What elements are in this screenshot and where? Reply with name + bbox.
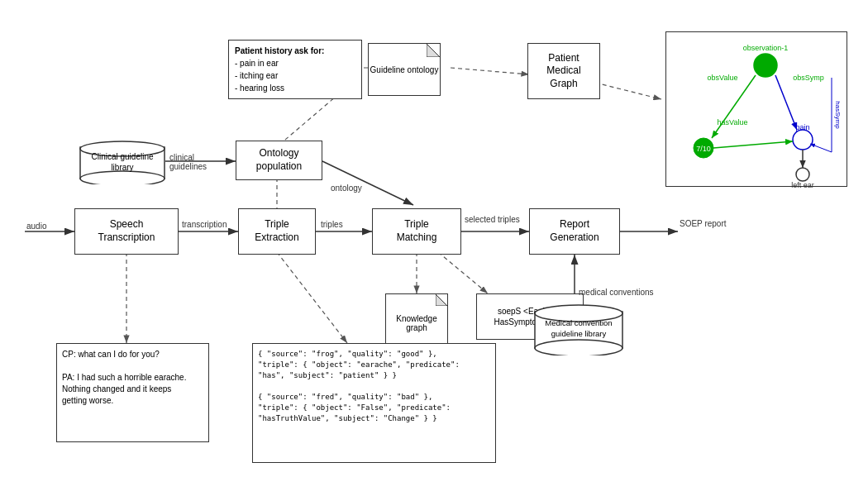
svg-text:obsValue: obsValue — [708, 74, 738, 82]
medical-conventions-label: medical conventions — [579, 288, 654, 297]
triple-extraction-label: Triple Extraction — [255, 218, 298, 244]
patient-medical-graph-box: Patient Medical Graph — [527, 43, 600, 99]
transcription-label: transcription — [182, 220, 227, 229]
svg-line-16 — [277, 252, 347, 343]
triple-matching-box: Triple Matching — [372, 208, 461, 255]
report-generation-box: Report Generation — [529, 208, 620, 255]
soep-report-label: SOEP report — [680, 219, 727, 228]
svg-line-42 — [713, 141, 793, 148]
patient-history-item2: - itching ear — [235, 69, 355, 82]
speech-transcription-box: Speech Transcription — [74, 208, 179, 255]
svg-marker-24 — [427, 44, 440, 57]
graph-svg: observation-1 obsValue obsSymp hasValue … — [666, 32, 848, 188]
triple-matching-label: Triple Matching — [397, 218, 437, 244]
svg-line-41 — [775, 75, 797, 130]
guideline-ontology-label: Guideline ontology — [370, 65, 439, 74]
selected-triples-label: selected triples — [465, 215, 520, 224]
graph-visualization-box: observation-1 obsValue obsSymp hasValue … — [665, 31, 847, 187]
svg-text:hasSymp: hasSymp — [834, 101, 842, 129]
triple-extraction-box: Triple Extraction — [238, 208, 316, 255]
guideline-ontology-box: Guideline ontology — [368, 43, 441, 96]
svg-line-14 — [595, 83, 661, 99]
svg-text:observation-1: observation-1 — [743, 44, 789, 52]
audio-label: audio — [26, 222, 46, 231]
svg-text:left ear: left ear — [791, 181, 814, 188]
patient-history-title: Patient history ask for: — [235, 45, 355, 57]
patient-history-box: Patient history ask for: - pain in ear -… — [228, 40, 362, 99]
svg-point-36 — [793, 130, 813, 150]
patient-history-item3: - hearing loss — [235, 82, 355, 94]
svg-text:7/10: 7/10 — [696, 145, 711, 153]
knowledge-graph-label: Knowledge graph — [396, 314, 436, 332]
patient-history-item1: - pain in ear — [235, 57, 355, 69]
ontology-population-box: Ontology population — [236, 141, 322, 180]
svg-line-40 — [712, 75, 756, 138]
report-generation-label: Report Generation — [550, 218, 599, 244]
clinical-guidelines-label: clinicalguidelines — [169, 153, 207, 171]
transcript-line5: getting worse. — [62, 395, 203, 407]
patient-medical-graph-label: Patient Medical Graph — [546, 52, 580, 91]
clinical-guideline-library: Clinical guidelinelibrary — [79, 139, 166, 184]
svg-point-28 — [535, 340, 622, 355]
svg-marker-25 — [436, 294, 447, 306]
svg-text:pain: pain — [795, 123, 809, 131]
triples-label: triples — [321, 220, 343, 229]
speech-transcription-label: Speech Transcription — [98, 218, 155, 244]
svg-point-29 — [754, 54, 777, 77]
transcript-box: CP: what can I do for you? PA: I had suc… — [56, 343, 209, 442]
medical-convention-library: Medical convention guideline library — [533, 302, 624, 355]
code-content: { "source": "frog", "quality": "good" },… — [258, 349, 490, 424]
transcript-line4: Nothing changed and it keeps — [62, 384, 203, 395]
diagram: audio Speech Transcription transcription… — [0, 0, 868, 496]
svg-line-13 — [451, 68, 529, 74]
svg-text:hasValue: hasValue — [718, 118, 748, 126]
medical-convention-library-label: Medical convention guideline library — [533, 318, 624, 339]
transcript-line3: PA: I had such a horrible earache. — [62, 372, 203, 384]
transcript-line1: CP: what can I do for you? — [62, 349, 203, 360]
clinical-guideline-label: Clinical guidelinelibrary — [91, 151, 153, 173]
svg-line-46 — [810, 144, 832, 152]
svg-text:obsSymp: obsSymp — [793, 74, 824, 82]
svg-line-18 — [438, 252, 488, 293]
svg-point-38 — [796, 168, 809, 181]
ontology-population-label: Ontology population — [256, 147, 302, 173]
ontology-label: ontology — [331, 184, 362, 193]
code-box: { "source": "frog", "quality": "good" },… — [252, 343, 496, 463]
svg-point-23 — [80, 171, 165, 184]
